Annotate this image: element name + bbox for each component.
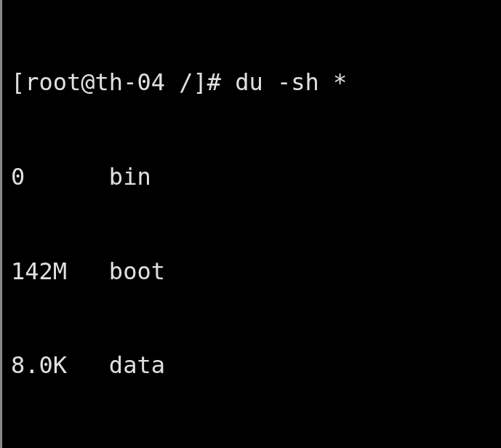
dir-name: bin <box>109 161 151 193</box>
shell-prompt: [root@th-04 /]# <box>11 68 235 96</box>
size-value: 8.0K <box>11 350 109 381</box>
output-row: 8.0Kdata <box>11 350 501 381</box>
dir-name: boot <box>109 256 165 287</box>
output-row: 142Mboot <box>11 256 501 287</box>
command-text: du -sh * <box>235 68 347 96</box>
size-value: 0 <box>11 161 109 193</box>
output-row: 0dev <box>11 444 501 448</box>
dir-name: data <box>109 350 165 381</box>
output-row: 0bin <box>11 161 501 193</box>
prompt-line: [root@th-04 /]# du -sh * <box>11 67 501 98</box>
dir-name: dev <box>109 444 151 448</box>
terminal-output[interactable]: [root@th-04 /]# du -sh * 0bin 142Mboot 8… <box>11 4 501 448</box>
size-value: 142M <box>11 256 109 287</box>
size-value: 0 <box>11 444 109 448</box>
